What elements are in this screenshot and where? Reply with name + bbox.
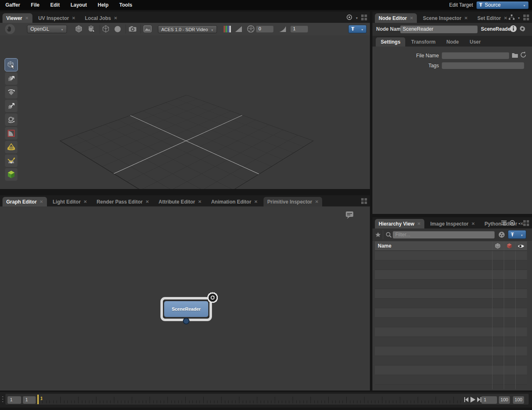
- chevron-down-icon[interactable]: [355, 15, 358, 20]
- tab-image-inspector[interactable]: Image Inspector: [426, 219, 478, 228]
- graph-canvas[interactable]: SceneReader: [0, 206, 370, 390]
- aperture-icon[interactable]: [247, 25, 255, 33]
- search-options-icon[interactable]: [498, 231, 505, 238]
- tab-settings[interactable]: Settings: [376, 37, 405, 47]
- close-icon[interactable]: [145, 200, 149, 204]
- tags-field[interactable]: [442, 62, 524, 69]
- tab-animation-editor[interactable]: Animation Editor: [207, 197, 261, 206]
- chevron-down-icon[interactable]: [518, 220, 521, 226]
- close-icon[interactable]: [315, 200, 318, 204]
- exclusions-red-cube-icon[interactable]: [506, 243, 512, 249]
- edit-target-dropdown[interactable]: Source: [476, 1, 529, 9]
- menu-gaffer[interactable]: Gaffer: [0, 2, 25, 8]
- tab-user[interactable]: User: [465, 37, 486, 47]
- close-icon[interactable]: [84, 200, 87, 204]
- tab-primitive-inspector[interactable]: Primitive Inspector: [264, 197, 322, 206]
- display-transform-dropdown[interactable]: ACES 1.0 - SDR Video: [158, 25, 217, 33]
- playback-start-field[interactable]: 1: [23, 396, 36, 404]
- channel-bars-icon[interactable]: [223, 25, 232, 33]
- shaded-cube-icon[interactable]: [75, 25, 83, 33]
- close-icon[interactable]: [504, 16, 507, 20]
- viewer-pin-button[interactable]: [348, 25, 367, 33]
- exposure-field[interactable]: 0: [256, 25, 273, 32]
- table-row[interactable]: [375, 337, 527, 346]
- pan-hand-icon[interactable]: [5, 24, 15, 34]
- gamma-curve-icon[interactable]: [279, 26, 286, 32]
- table-row[interactable]: [375, 251, 527, 260]
- node-graph-mode-icon[interactable]: [509, 15, 515, 20]
- renderer-dropdown[interactable]: OpenGL: [27, 25, 67, 33]
- tab-transform[interactable]: Transform: [406, 37, 441, 47]
- inclusions-cube-icon[interactable]: [495, 243, 501, 249]
- timeline-ruler[interactable]: [42, 394, 463, 405]
- light-tool-button[interactable]: [5, 141, 17, 153]
- table-row[interactable]: [375, 356, 527, 366]
- layout-grid-icon[interactable]: [523, 15, 529, 20]
- wireframe-cube-icon[interactable]: [102, 25, 110, 33]
- viewport-3d[interactable]: Select Standard: [0, 35, 370, 189]
- layout-grid-icon[interactable]: [523, 220, 529, 226]
- chevron-down-icon[interactable]: [517, 15, 520, 20]
- tab-graph-editor[interactable]: Graph Editor: [2, 197, 47, 206]
- table-row[interactable]: [375, 366, 527, 375]
- table-row[interactable]: [375, 280, 527, 289]
- tab-scene-inspector[interactable]: Scene Inspector: [419, 13, 471, 23]
- scene-reader-node[interactable]: SceneReader: [160, 297, 212, 321]
- current-frame-field[interactable]: 1: [481, 396, 497, 404]
- table-row[interactable]: [375, 346, 527, 356]
- menu-tools[interactable]: Tools: [114, 2, 138, 8]
- menu-edit[interactable]: Edit: [45, 2, 65, 8]
- refresh-icon[interactable]: [520, 52, 527, 58]
- gear-icon[interactable]: [519, 25, 526, 32]
- file-name-field[interactable]: [442, 52, 509, 59]
- light-position-tool-button[interactable]: [5, 155, 17, 167]
- range-end-field[interactable]: 100: [513, 396, 524, 404]
- close-icon[interactable]: [464, 16, 468, 20]
- camera-icon[interactable]: [128, 25, 137, 33]
- range-start-field[interactable]: 1: [7, 396, 21, 404]
- rotate-tool-button[interactable]: [5, 86, 17, 98]
- close-icon[interactable]: [25, 16, 28, 20]
- scene-cube-tool-button[interactable]: [5, 168, 17, 181]
- layout-grid-icon[interactable]: [361, 198, 367, 204]
- table-row[interactable]: [375, 299, 527, 308]
- menu-file[interactable]: File: [25, 2, 45, 8]
- close-icon[interactable]: [417, 222, 421, 226]
- table-row[interactable]: [375, 308, 527, 318]
- timeline-grip[interactable]: [2, 396, 3, 403]
- sphere-icon[interactable]: [114, 25, 121, 33]
- scene-reader-node-body[interactable]: SceneReader: [164, 301, 209, 317]
- menu-layout[interactable]: Layout: [65, 2, 92, 8]
- tab-viewer[interactable]: Viewer: [2, 13, 32, 23]
- table-row[interactable]: [375, 289, 527, 299]
- close-icon[interactable]: [198, 200, 202, 204]
- table-row[interactable]: [375, 327, 527, 337]
- hierarchy-pin-button[interactable]: [508, 230, 526, 239]
- tab-uv-inspector[interactable]: UV Inspector: [34, 13, 79, 23]
- draw-mode-cube-icon[interactable]: [87, 25, 96, 33]
- tab-local-jobs[interactable]: Local Jobs: [81, 13, 121, 23]
- visibility-eye-icon[interactable]: [517, 244, 525, 248]
- tab-attribute-editor[interactable]: Attribute Editor: [155, 197, 205, 206]
- focus-badge-icon[interactable]: [207, 292, 218, 303]
- crop-window-tool-button[interactable]: [5, 127, 17, 140]
- table-row[interactable]: [375, 260, 527, 270]
- close-icon[interactable]: [471, 222, 475, 226]
- image-frame-icon[interactable]: [143, 25, 152, 32]
- node-output-plug[interactable]: [183, 318, 190, 324]
- table-row[interactable]: [375, 318, 527, 327]
- go-to-start-button[interactable]: [464, 397, 468, 402]
- tab-node-editor[interactable]: Node Editor: [375, 13, 417, 23]
- table-row[interactable]: [375, 270, 527, 280]
- playback-end-field[interactable]: 100: [499, 396, 510, 404]
- scale-tool-button[interactable]: [5, 100, 17, 112]
- folder-browse-icon[interactable]: [512, 52, 518, 58]
- close-icon[interactable]: [114, 16, 117, 20]
- exposure-triangle-icon[interactable]: [235, 26, 242, 32]
- menu-help[interactable]: Help: [92, 2, 114, 8]
- filter-input[interactable]: Filter...: [393, 231, 495, 238]
- tab-set-editor[interactable]: Set Editor: [473, 13, 511, 23]
- tab-node[interactable]: Node: [441, 37, 464, 47]
- camera-tool-button[interactable]: [5, 113, 17, 126]
- gamma-field[interactable]: 1: [291, 25, 308, 32]
